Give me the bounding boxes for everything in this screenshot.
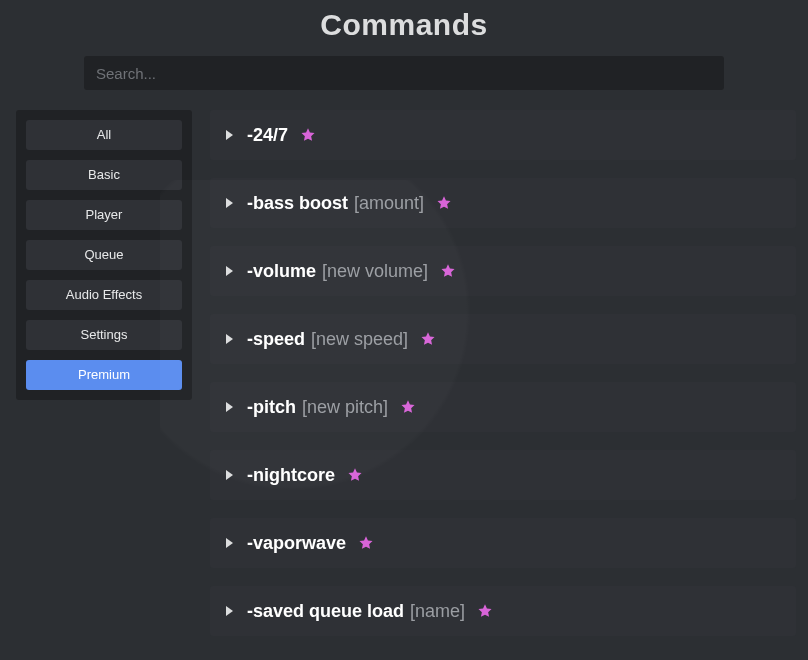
sidebar-item-premium[interactable]: Premium xyxy=(26,360,182,390)
command-name: -volume xyxy=(247,261,316,282)
command-name: -speed xyxy=(247,329,305,350)
chevron-right-icon xyxy=(226,470,233,480)
command-arg: [new volume] xyxy=(322,261,428,282)
search-container xyxy=(0,56,808,90)
command-name: -24/7 xyxy=(247,125,288,146)
star-icon xyxy=(420,331,436,347)
chevron-right-icon xyxy=(226,334,233,344)
star-icon xyxy=(477,603,493,619)
sidebar-item-all[interactable]: All xyxy=(26,120,182,150)
sidebar-item-basic[interactable]: Basic xyxy=(26,160,182,190)
star-icon xyxy=(358,535,374,551)
page-title: Commands xyxy=(0,0,808,42)
command-row[interactable]: -vaporwave xyxy=(210,518,796,568)
command-name: -bass boost xyxy=(247,193,348,214)
command-name: -vaporwave xyxy=(247,533,346,554)
command-row[interactable]: -24/7 xyxy=(210,110,796,160)
sidebar-item-audio-effects[interactable]: Audio Effects xyxy=(26,280,182,310)
chevron-right-icon xyxy=(226,606,233,616)
command-row[interactable]: -nightcore xyxy=(210,450,796,500)
star-icon xyxy=(300,127,316,143)
command-arg: [amount] xyxy=(354,193,424,214)
chevron-right-icon xyxy=(226,402,233,412)
sidebar-item-settings[interactable]: Settings xyxy=(26,320,182,350)
command-list: -24/7-bass boost[amount]-volume[new volu… xyxy=(210,110,808,636)
star-icon xyxy=(436,195,452,211)
command-row[interactable]: -speed[new speed] xyxy=(210,314,796,364)
chevron-right-icon xyxy=(226,538,233,548)
command-row[interactable]: -volume[new volume] xyxy=(210,246,796,296)
star-icon xyxy=(347,467,363,483)
command-row[interactable]: -saved queue load[name] xyxy=(210,586,796,636)
chevron-right-icon xyxy=(226,198,233,208)
command-name: -pitch xyxy=(247,397,296,418)
command-name: -saved queue load xyxy=(247,601,404,622)
command-arg: [name] xyxy=(410,601,465,622)
command-arg: [new pitch] xyxy=(302,397,388,418)
star-icon xyxy=(400,399,416,415)
command-arg: [new speed] xyxy=(311,329,408,350)
command-name: -nightcore xyxy=(247,465,335,486)
chevron-right-icon xyxy=(226,266,233,276)
sidebar-item-player[interactable]: Player xyxy=(26,200,182,230)
search-input[interactable] xyxy=(84,56,724,90)
star-icon xyxy=(440,263,456,279)
sidebar: AllBasicPlayerQueueAudio EffectsSettings… xyxy=(16,110,192,400)
sidebar-item-queue[interactable]: Queue xyxy=(26,240,182,270)
command-row[interactable]: -pitch[new pitch] xyxy=(210,382,796,432)
command-row[interactable]: -bass boost[amount] xyxy=(210,178,796,228)
chevron-right-icon xyxy=(226,130,233,140)
